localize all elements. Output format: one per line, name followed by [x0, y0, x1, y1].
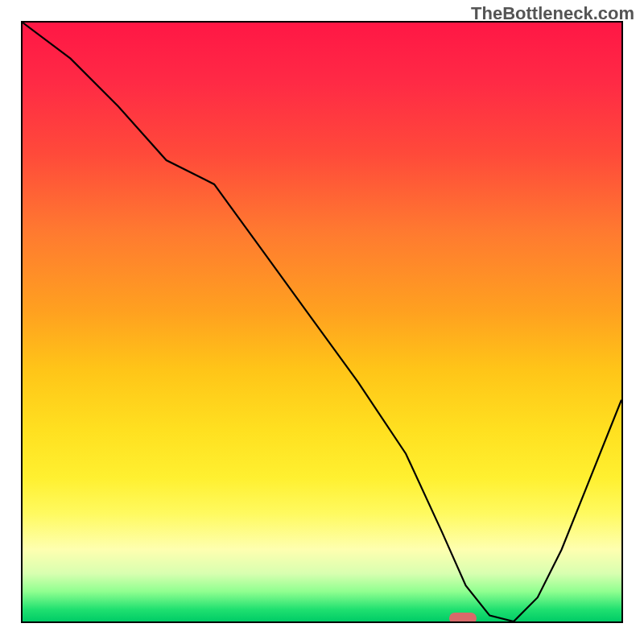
curve-svg — [23, 23, 621, 621]
bottleneck-curve — [23, 23, 621, 621]
watermark-text: TheBottleneck.com — [471, 3, 634, 24]
chart-container: TheBottleneck.com — [0, 0, 644, 644]
optimal-marker — [449, 613, 477, 623]
plot-area — [21, 21, 623, 623]
